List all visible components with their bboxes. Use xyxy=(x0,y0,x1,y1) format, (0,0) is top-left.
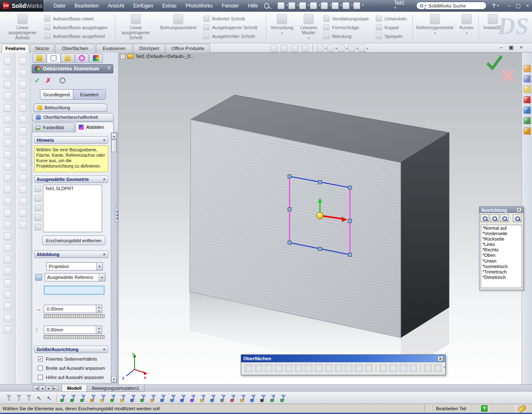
zoom-fit-icon[interactable] xyxy=(270,45,277,52)
handle-left-mid[interactable] xyxy=(288,208,291,211)
menu-ansicht[interactable]: Ansicht xyxy=(103,1,129,11)
side-toolbar-icon[interactable] xyxy=(4,314,11,322)
pm-help-button[interactable]: ? xyxy=(107,66,110,72)
feature-manager-tab[interactable] xyxy=(32,53,46,63)
select-feature-icon[interactable] xyxy=(35,214,41,221)
filter-vertices-icon[interactable] xyxy=(60,394,68,403)
dropdown-arrow-icon[interactable]: ▼ xyxy=(96,263,102,270)
extend-surface-icon[interactable] xyxy=(379,364,387,372)
section-view-icon[interactable] xyxy=(302,45,309,52)
property-manager-tab[interactable] xyxy=(47,53,60,63)
select-part-icon[interactable] xyxy=(35,224,41,231)
boundary-surface-icon[interactable] xyxy=(285,364,293,372)
side-toolbar-icon[interactable] xyxy=(19,186,27,193)
search-results-icon[interactable] xyxy=(524,107,531,114)
extruded-boss-button[interactable]: Linear ausgetragener Aufsatz xyxy=(2,13,42,42)
options-icon[interactable] xyxy=(353,2,360,9)
view-item[interactable]: *Rückseite xyxy=(482,236,520,242)
scroll-down-button[interactable]: ▼ xyxy=(111,376,117,382)
new-document-icon[interactable] xyxy=(277,2,285,9)
swept-cut-button[interactable]: Ausgetragener Schnitt xyxy=(203,23,257,32)
doc-close-button[interactable]: × xyxy=(516,44,526,50)
linear-pattern-button[interactable]: Lineares Muster▾ xyxy=(297,13,321,42)
side-toolbar-icon[interactable] xyxy=(19,198,27,205)
filter-connection-points-icon[interactable] xyxy=(280,394,288,403)
filter-coordinate-systems-icon[interactable] xyxy=(140,394,148,403)
filter-weld-symbols-icon[interactable] xyxy=(250,394,258,403)
clear-all-filters-icon[interactable] xyxy=(15,394,23,403)
reference-geometry-icon[interactable]: ▾ xyxy=(424,364,432,372)
pin-menu-icon[interactable] xyxy=(264,3,269,9)
select-body-icon[interactable] xyxy=(35,205,41,211)
tab-dimxpert[interactable]: DimXpert xyxy=(133,44,165,53)
menu-bearbeiten[interactable]: Bearbeiten xyxy=(70,1,103,11)
mirror-button[interactable]: Spiegeln xyxy=(376,32,407,40)
print-icon[interactable] xyxy=(310,2,317,9)
filter-planes-icon[interactable] xyxy=(120,394,128,403)
list-item[interactable]: Teil1.SLDPRT xyxy=(45,186,100,191)
orientation-title-bar[interactable]: Ausrichtung × xyxy=(480,207,523,213)
select-surface-icon[interactable] xyxy=(35,195,41,202)
tab-features[interactable]: Features xyxy=(2,44,29,53)
lofted-cut-button[interactable]: Ausgeformter Schnitt xyxy=(203,32,257,40)
close-icon[interactable]: × xyxy=(517,208,522,212)
revolved-boss-button[interactable]: Aufsatz/Basis rotiert xyxy=(44,14,107,23)
first-tab-button[interactable]: ❘◀ xyxy=(32,386,39,391)
size-orientation-header[interactable]: Größe/Ausrichtung« xyxy=(34,346,108,353)
filter-gtol-icon[interactable] xyxy=(220,394,228,403)
side-toolbar-icon[interactable] xyxy=(4,256,11,263)
help-button[interactable]: ? xyxy=(492,3,495,9)
reference-geometry-button[interactable]: Referenzgeometrie▾ xyxy=(414,13,456,42)
filled-surface-icon[interactable] xyxy=(295,364,303,372)
swept-surface-icon[interactable] xyxy=(265,364,273,372)
doc-minimize-button[interactable]: – xyxy=(496,44,506,50)
search-input[interactable]: SolidWorks Suche xyxy=(428,3,466,8)
filter-solid-bodies-icon[interactable] xyxy=(100,394,108,403)
x-offset-slider[interactable] xyxy=(44,314,105,318)
side-toolbar-icon[interactable] xyxy=(4,69,11,77)
wrap-button[interactable]: Umwickeln xyxy=(376,14,407,23)
open-icon[interactable] xyxy=(288,2,295,9)
filter-axes-icon[interactable] xyxy=(110,394,118,403)
untrim-surface-icon[interactable] xyxy=(399,364,407,372)
filter-toggle-icon[interactable] xyxy=(5,394,13,403)
tab-oberflaechen[interactable]: Oberflächen xyxy=(55,44,95,53)
rib-button[interactable]: Verstärkungsrippe xyxy=(323,14,369,23)
side-toolbar-icon[interactable] xyxy=(4,58,11,65)
doc-restore-button[interactable]: ▣ xyxy=(506,44,516,50)
filter-balloons-icon[interactable] xyxy=(210,394,218,403)
shell-button[interactable]: Wandung xyxy=(323,32,369,40)
keep-visible-pin-icon[interactable] xyxy=(60,78,65,83)
view-item[interactable]: *Oben xyxy=(482,253,520,258)
side-toolbar-icon[interactable] xyxy=(4,186,11,193)
side-toolbar-icon[interactable] xyxy=(4,151,11,158)
tab-office-produkte[interactable]: Office Produkte xyxy=(166,44,210,53)
next-tab-button[interactable]: ▶ xyxy=(46,386,52,391)
cancel-button[interactable]: ✗ xyxy=(45,76,51,85)
thicken-icon[interactable] xyxy=(409,364,417,372)
handle-bottom-left[interactable] xyxy=(288,241,291,244)
ruled-surface-icon[interactable] xyxy=(335,364,343,372)
filter-sketch-points-icon[interactable] xyxy=(150,394,158,403)
dropdown-arrow-icon[interactable]: ▼ xyxy=(99,273,105,281)
view-item[interactable]: *Dimetrisch xyxy=(482,275,520,280)
menu-photoworks[interactable]: PhotoWorks xyxy=(181,1,217,11)
feature-tree-root[interactable]: Teil1 (Default<<Default>_D... xyxy=(135,54,195,59)
side-toolbar-icon[interactable] xyxy=(19,163,27,170)
update-standard-views-icon[interactable] xyxy=(490,214,499,222)
trim-surface-icon[interactable] xyxy=(389,364,397,372)
mapping-tab[interactable]: Abbilden xyxy=(75,122,114,132)
handle-top-mid[interactable] xyxy=(318,181,322,184)
side-toolbar-icon[interactable] xyxy=(4,128,11,135)
dome-button[interactable]: Kuppel xyxy=(376,23,407,32)
toolbox-icon[interactable] xyxy=(524,96,531,103)
side-toolbar-icon[interactable] xyxy=(4,116,11,123)
fillet-button[interactable]: Verrundung▾ xyxy=(268,13,296,42)
solidworks-resources-icon[interactable] xyxy=(524,65,531,72)
pm-scrollbar[interactable]: ▲ ▼ xyxy=(111,133,117,383)
freeform-icon[interactable] xyxy=(315,364,323,372)
side-toolbar-icon[interactable] xyxy=(4,163,11,170)
side-toolbar-icon[interactable] xyxy=(4,221,11,228)
lighting-tab[interactable]: Beleuchtung xyxy=(33,103,107,112)
handle-bottom-mid[interactable] xyxy=(318,247,322,251)
